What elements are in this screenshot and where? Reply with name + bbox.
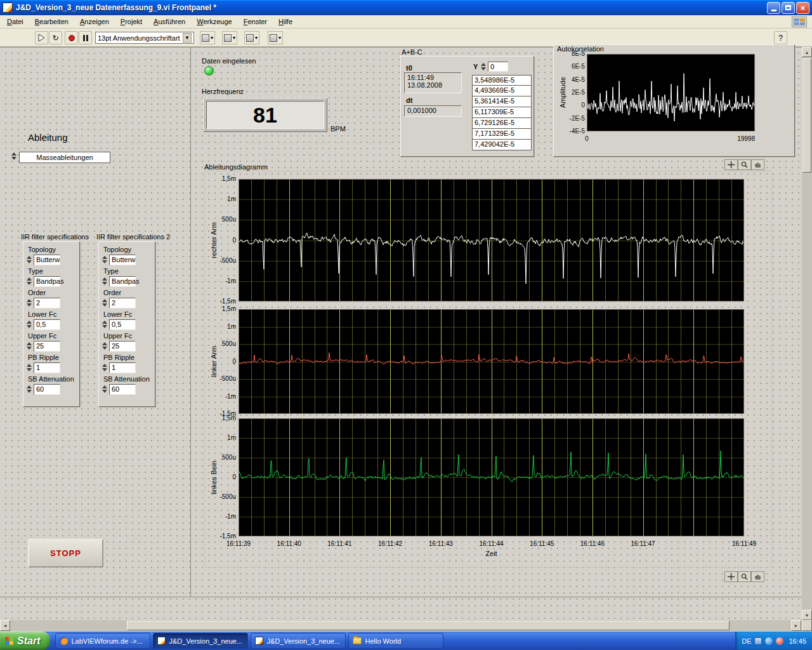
increment-decrement-spinner[interactable] — [102, 321, 108, 328]
tray-display-icon[interactable] — [754, 637, 762, 645]
taskbar-task[interactable]: Hello World — [348, 633, 443, 649]
iir-field-value[interactable]: 1 — [34, 362, 60, 373]
ableitung-ring-control[interactable]: Masseableitungen — [19, 152, 110, 163]
iir-field-value[interactable]: Butterw — [34, 255, 60, 265]
scroll-right-button[interactable]: ► — [791, 620, 801, 631]
y-array-cell[interactable]: 7,171329E-5 — [472, 129, 532, 140]
minimize-button[interactable] — [767, 2, 780, 14]
axis-tick-label: 4E-5 — [554, 76, 585, 83]
pan-tool-button[interactable] — [751, 571, 764, 582]
iir-field-label: Order — [103, 289, 155, 296]
iir-field-value[interactable]: 60 — [109, 384, 136, 395]
iir-field-control: 2 — [102, 297, 155, 308]
increment-decrement-spinner[interactable] — [102, 277, 108, 285]
increment-decrement-spinner[interactable] — [27, 277, 33, 285]
cursor-tool-button[interactable] — [724, 159, 738, 170]
increment-decrement-spinner[interactable] — [27, 364, 33, 371]
y-index-spinner[interactable] — [481, 63, 487, 70]
pane-splitter-horizontal[interactable] — [0, 597, 802, 597]
iir-field-value[interactable]: 1 — [109, 362, 136, 373]
pane-splitter-vertical[interactable] — [190, 47, 191, 597]
font-selector[interactable]: 13pt Anwendungsschriftart ▼ — [95, 32, 194, 44]
iir-field-value[interactable]: 60 — [34, 384, 60, 395]
taskbar-task[interactable]: J&D_Version_3_neue... — [153, 633, 248, 649]
resize-objects-dropdown[interactable]: ▾ — [244, 31, 259, 44]
y-array-cell[interactable]: 5,361414E-5 — [472, 96, 532, 107]
increment-decrement-spinner[interactable] — [27, 256, 33, 263]
ableitung-spinner[interactable] — [11, 152, 18, 160]
y-array-cell[interactable]: 6,729126E-5 — [472, 118, 532, 129]
herzfrequenz-display: 81 — [203, 98, 327, 132]
clock: 16:45 — [789, 637, 806, 645]
iir2-title: IIR filter specifications 2 — [96, 233, 170, 241]
iir-field-value[interactable]: 25 — [34, 341, 60, 352]
help-button[interactable]: ? — [774, 31, 787, 44]
tray-network-icon[interactable] — [765, 637, 773, 645]
iir-field-value[interactable]: 0,5 — [34, 319, 60, 330]
reorder-dropdown[interactable]: ▾ — [268, 31, 283, 44]
menu-werkzeuge[interactable]: Werkzeuge — [191, 16, 237, 27]
iir-field-control: 25 — [27, 340, 79, 352]
menu-fenster[interactable]: Fenster — [238, 16, 273, 27]
run-continuous-button[interactable]: ↻ — [49, 31, 62, 44]
increment-decrement-spinner[interactable] — [102, 342, 108, 350]
distribute-objects-dropdown[interactable]: ▾ — [222, 31, 237, 44]
menu-anzeigen[interactable]: Anzeigen — [74, 16, 115, 27]
increment-decrement-spinner[interactable] — [27, 342, 33, 350]
y-array-cell[interactable]: 6,117309E-5 — [472, 107, 532, 118]
iir-field-value[interactable]: Butterw — [109, 255, 136, 265]
iir-field-value[interactable]: 2 — [34, 298, 60, 308]
cursor-tool-button[interactable] — [724, 571, 738, 582]
pause-button[interactable] — [79, 31, 92, 44]
taskbar-task[interactable]: J&D_Version_3_neue... — [251, 633, 346, 649]
increment-decrement-spinner[interactable] — [27, 385, 33, 393]
vertical-scrollbar-thumb[interactable] — [802, 58, 811, 173]
menu-ausfuehren[interactable]: Ausführen — [148, 16, 191, 27]
iir-field-value[interactable]: Bandpas — [34, 276, 60, 287]
iir-field-value[interactable]: 0,5 — [109, 319, 136, 330]
firefox-icon — [60, 637, 68, 645]
iir-field-control: Butterw — [102, 254, 155, 265]
maximize-button[interactable] — [782, 2, 795, 14]
y-index-value[interactable]: 0 — [488, 62, 508, 72]
menu-projekt[interactable]: Projekt — [115, 16, 148, 27]
iir-field-value[interactable]: 25 — [109, 341, 136, 352]
abort-button[interactable] — [65, 31, 78, 44]
menu-datei[interactable]: Datei — [1, 16, 29, 27]
iir-field-label: Upper Fc — [103, 332, 155, 340]
align-objects-dropdown[interactable]: ▾ — [200, 31, 215, 44]
scroll-left-button[interactable]: ◄ — [0, 620, 10, 631]
stopp-button[interactable]: STOPP — [28, 539, 103, 567]
zoom-tool-button[interactable] — [738, 571, 751, 582]
iir-field-value[interactable]: Bandpas — [109, 276, 136, 287]
daten-eingelesen-led — [204, 66, 214, 76]
increment-decrement-spinner[interactable] — [27, 321, 33, 328]
taskbar-task[interactable]: LabVIEWforum.de ->... — [55, 633, 150, 649]
y-index-control[interactable]: 0 — [481, 62, 508, 72]
close-button[interactable]: × — [796, 2, 809, 14]
y-array-cell[interactable]: 4,493669E-5 — [472, 86, 532, 96]
y-array-cell[interactable]: 7,429042E-5 — [472, 140, 532, 150]
increment-decrement-spinner[interactable] — [102, 299, 108, 307]
increment-decrement-spinner[interactable] — [102, 385, 108, 393]
run-button[interactable] — [35, 31, 48, 44]
language-indicator[interactable]: DE — [742, 637, 751, 645]
iir-field-label: Type — [28, 267, 79, 275]
axis-tick-label: 1m — [200, 434, 236, 441]
start-button[interactable]: Start — [0, 632, 50, 650]
menu-bearbeiten[interactable]: Bearbeiten — [29, 16, 74, 27]
axis-tick-label: 19998 — [723, 135, 755, 142]
iir-field-value[interactable]: 2 — [109, 298, 136, 308]
tray-antivirus-icon[interactable] — [776, 637, 783, 645]
increment-decrement-spinner[interactable] — [102, 364, 108, 371]
y-array-cell[interactable]: 3,548986E-5 — [472, 75, 532, 86]
increment-decrement-spinner[interactable] — [102, 256, 108, 263]
pan-tool-button[interactable] — [751, 159, 764, 170]
menu-hilfe[interactable]: Hilfe — [273, 16, 298, 27]
scroll-down-button[interactable]: ▼ — [802, 610, 812, 620]
zoom-tool-button[interactable] — [738, 159, 751, 170]
horizontal-scrollbar-thumb[interactable] — [127, 621, 730, 630]
scroll-up-button[interactable]: ▲ — [802, 47, 812, 57]
increment-decrement-spinner[interactable] — [27, 299, 33, 307]
ableitung-label: Ableitung — [28, 132, 68, 143]
